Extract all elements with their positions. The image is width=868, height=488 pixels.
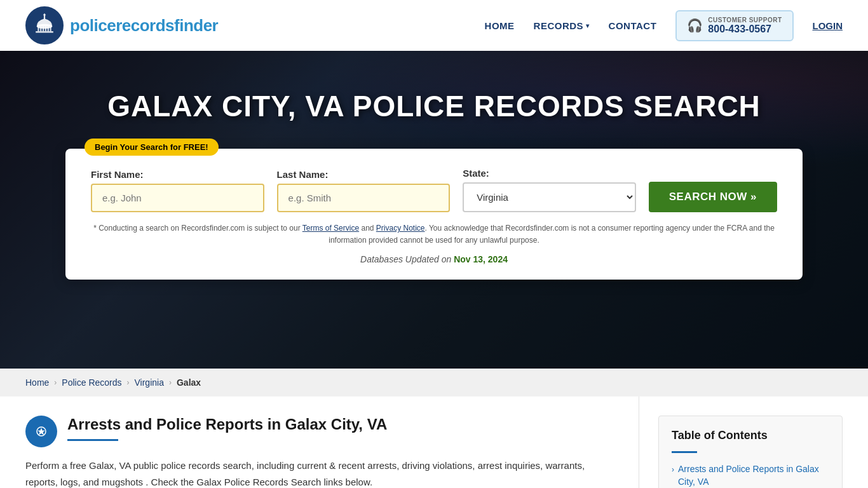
article-icon [25, 416, 57, 447]
search-fields: First Name: Last Name: State: Virginia A… [91, 168, 777, 212]
main-content: Arrests and Police Reports in Galax City… [0, 396, 868, 488]
svg-rect-9 [44, 15, 45, 19]
article-section: Arrests and Police Reports in Galax City… [25, 396, 639, 488]
last-name-group: Last Name: [277, 169, 451, 212]
breadcrumb: Home › Police Records › Virginia › Galax [0, 369, 868, 396]
svg-rect-3 [40, 27, 41, 32]
toc-chevron-icon: › [672, 465, 674, 474]
state-group: State: Virginia Alabama Alaska Arizona A… [463, 168, 636, 212]
logo-link[interactable]: policerecordsfinder [25, 6, 218, 44]
breadcrumb-home[interactable]: Home [25, 377, 49, 388]
svg-rect-2 [37, 27, 39, 32]
search-badge: Begin Your Search for FREE! [85, 139, 219, 156]
article-header: Arrests and Police Reports in Galax City… [25, 416, 613, 447]
breadcrumb-galax: Galax [177, 377, 201, 388]
search-disclaimer: * Conducting a search on Recordsfinder.c… [91, 222, 777, 247]
last-name-label: Last Name: [277, 169, 451, 180]
search-container: Begin Your Search for FREE! First Name: … [65, 149, 803, 280]
site-header: policerecordsfinder HOME RECORDS ▾ CONTA… [0, 0, 868, 51]
article-title-underline [67, 439, 118, 441]
toc-divider [672, 451, 697, 453]
breadcrumb-police-records[interactable]: Police Records [62, 377, 121, 388]
first-name-group: First Name: [91, 169, 264, 212]
badge-icon [33, 423, 50, 440]
toc-list: › Arrests and Police Reports in Galax Ci… [672, 463, 829, 488]
breadcrumb-virginia[interactable]: Virginia [135, 377, 164, 388]
breadcrumb-sep-2: › [127, 378, 130, 387]
svg-rect-4 [43, 27, 44, 32]
svg-rect-8 [36, 31, 53, 32]
customer-support-box[interactable]: 🎧 CUSTOMER SUPPORT 800-433-0567 [675, 10, 793, 41]
tos-link[interactable]: Terms of Service [302, 224, 359, 233]
main-nav: HOME RECORDS ▾ CONTACT 🎧 CUSTOMER SUPPOR… [485, 10, 843, 41]
svg-rect-5 [45, 27, 46, 32]
toc-section: Table of Contents › Arrests and Police R… [639, 396, 843, 488]
headphone-icon: 🎧 [687, 18, 703, 33]
article-body: Perform a free Galax, VA public police r… [25, 458, 613, 488]
state-label: State: [463, 168, 636, 179]
support-label: CUSTOMER SUPPORT [708, 17, 782, 24]
first-name-input[interactable] [91, 184, 264, 212]
nav-home[interactable]: HOME [485, 20, 515, 31]
logo-text: policerecordsfinder [70, 16, 218, 36]
article-title: Arrests and Police Reports in Galax City… [67, 416, 387, 434]
nav-records[interactable]: RECORDS ▾ [534, 20, 590, 31]
nav-contact[interactable]: CONTACT [609, 20, 657, 31]
breadcrumb-sep-3: › [169, 378, 172, 387]
search-button[interactable]: SEARCH NOW » [649, 182, 777, 212]
svg-rect-6 [48, 27, 49, 32]
toc-box: Table of Contents › Arrests and Police R… [658, 416, 843, 488]
hero-section: GALAX CITY, VA POLICE RECORDS SEARCH Beg… [0, 51, 868, 369]
toc-item-1: › Arrests and Police Reports in Galax Ci… [672, 463, 829, 488]
privacy-link[interactable]: Privacy Notice [376, 224, 425, 233]
chevron-down-icon: ▾ [586, 22, 590, 29]
logo-icon [25, 6, 64, 44]
support-phone: 800-433-0567 [708, 24, 782, 35]
hero-title: GALAX CITY, VA POLICE RECORDS SEARCH [82, 89, 786, 123]
last-name-input[interactable] [277, 184, 451, 212]
state-select[interactable]: Virginia Alabama Alaska Arizona Arkansas… [463, 182, 636, 212]
breadcrumb-sep-1: › [54, 378, 57, 387]
first-name-label: First Name: [91, 169, 264, 180]
hero-content: GALAX CITY, VA POLICE RECORDS SEARCH Beg… [0, 51, 868, 280]
toc-title: Table of Contents [672, 429, 829, 442]
toc-link-1[interactable]: Arrests and Police Reports in Galax City… [678, 463, 829, 488]
svg-rect-7 [50, 27, 51, 32]
search-updated: Databases Updated on Nov 13, 2024 [91, 254, 777, 264]
nav-login[interactable]: LOGIN [813, 20, 843, 31]
